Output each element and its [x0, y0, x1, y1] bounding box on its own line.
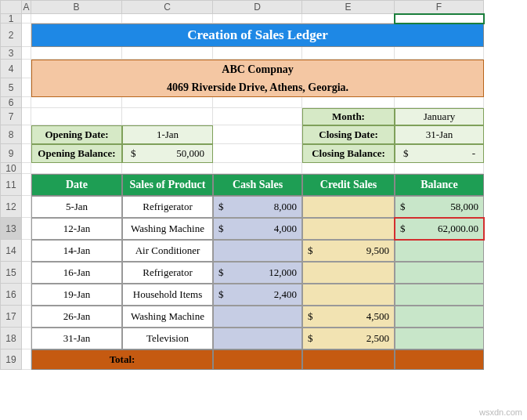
cell-D3[interactable]: [213, 47, 302, 60]
cell-B10[interactable]: [31, 163, 122, 174]
cell-product[interactable]: Air Conditioner: [122, 240, 213, 262]
cell-A18[interactable]: [22, 328, 31, 349]
cell-C10[interactable]: [122, 163, 213, 174]
cell-credit[interactable]: $2,500: [302, 328, 395, 349]
cell-A7[interactable]: [22, 108, 31, 125]
header-balance[interactable]: Balance: [395, 174, 484, 196]
cell-B1[interactable]: [31, 14, 122, 24]
total-credit[interactable]: [302, 349, 395, 370]
row-header-8[interactable]: 8: [0, 125, 22, 144]
cell-E6[interactable]: [302, 97, 395, 108]
cell-A4[interactable]: [22, 60, 31, 78]
header-credit[interactable]: Credit Sales: [302, 174, 395, 196]
cell-cash[interactable]: $2,400: [213, 284, 302, 306]
cell-A10[interactable]: [22, 163, 31, 174]
cell-cash[interactable]: $8,000: [213, 196, 302, 218]
cell-A17[interactable]: [22, 306, 31, 328]
row-header-19[interactable]: 19: [0, 349, 22, 370]
cell-E10[interactable]: [302, 163, 395, 174]
select-all-corner[interactable]: [0, 0, 22, 14]
title-banner[interactable]: Creation of Sales Ledger: [31, 24, 484, 47]
cell-A19[interactable]: [22, 349, 31, 370]
cell-F6[interactable]: [395, 97, 484, 108]
row-header-9[interactable]: 9: [0, 144, 22, 163]
cell-balance[interactable]: [395, 284, 484, 306]
cell-product[interactable]: Washing Machine: [122, 218, 213, 240]
cell-B3[interactable]: [31, 47, 122, 60]
cell-F1[interactable]: [395, 14, 484, 24]
cell-A2[interactable]: [22, 24, 31, 47]
closing-balance-label[interactable]: Closing Balance:: [302, 144, 395, 163]
row-header-7[interactable]: 7: [0, 108, 22, 125]
cell-A16[interactable]: [22, 284, 31, 306]
cell-cash[interactable]: $4,000: [213, 218, 302, 240]
row-header-12[interactable]: 12: [0, 196, 22, 218]
opening-date-label[interactable]: Opening Date:: [31, 125, 122, 144]
row-header-17[interactable]: 17: [0, 306, 22, 328]
row-header-14[interactable]: 14: [0, 240, 22, 262]
cell-B6[interactable]: [31, 97, 122, 108]
cell-A12[interactable]: [22, 196, 31, 218]
header-cash[interactable]: Cash Sales: [213, 174, 302, 196]
cell-B7[interactable]: [31, 108, 122, 125]
cell-E3[interactable]: [302, 47, 395, 60]
cell-date[interactable]: 19-Jan: [31, 284, 122, 306]
cell-date[interactable]: 12-Jan: [31, 218, 122, 240]
cell-A11[interactable]: [22, 174, 31, 196]
cell-C1[interactable]: [122, 14, 213, 24]
row-header-18[interactable]: 18: [0, 328, 22, 349]
row-header-10[interactable]: 10: [0, 163, 22, 174]
cell-balance[interactable]: [395, 240, 484, 262]
cell-C7[interactable]: [122, 108, 213, 125]
cell-C6[interactable]: [122, 97, 213, 108]
cell-credit[interactable]: [302, 196, 395, 218]
opening-balance-label[interactable]: Opening Balance:: [31, 144, 122, 163]
cell-credit[interactable]: $4,500: [302, 306, 395, 328]
cell-D8[interactable]: [213, 125, 302, 144]
cell-D9[interactable]: [213, 144, 302, 163]
cell-A15[interactable]: [22, 262, 31, 284]
cell-product[interactable]: Refrigerator: [122, 196, 213, 218]
cell-D1[interactable]: [213, 14, 302, 24]
cell-credit[interactable]: [302, 284, 395, 306]
cell-A6[interactable]: [22, 97, 31, 108]
header-date[interactable]: Date: [31, 174, 122, 196]
opening-date-value[interactable]: 1-Jan: [122, 125, 213, 144]
cell-date[interactable]: 14-Jan: [31, 240, 122, 262]
cell-A3[interactable]: [22, 47, 31, 60]
closing-date-value[interactable]: 31-Jan: [395, 125, 484, 144]
col-header-E[interactable]: E: [302, 0, 395, 14]
total-label[interactable]: Total:: [31, 349, 213, 370]
row-header-11[interactable]: 11: [0, 174, 22, 196]
cell-E1[interactable]: [302, 14, 395, 24]
month-value[interactable]: January: [395, 108, 484, 125]
cell-cash[interactable]: [213, 240, 302, 262]
cell-F3[interactable]: [395, 47, 484, 60]
cell-balance[interactable]: $58,000: [395, 196, 484, 218]
cell-cash[interactable]: [213, 306, 302, 328]
cell-balance[interactable]: $62,000.00: [395, 218, 484, 240]
cell-credit[interactable]: $9,500: [302, 240, 395, 262]
col-header-B[interactable]: B: [31, 0, 122, 14]
row-header-6[interactable]: 6: [0, 97, 22, 108]
cell-product[interactable]: Washing Machine: [122, 306, 213, 328]
cell-date[interactable]: 31-Jan: [31, 328, 122, 349]
col-header-A[interactable]: A: [22, 0, 31, 14]
cell-A14[interactable]: [22, 240, 31, 262]
row-header-2[interactable]: 2: [0, 24, 22, 47]
row-header-15[interactable]: 15: [0, 262, 22, 284]
cell-F10[interactable]: [395, 163, 484, 174]
cell-product[interactable]: Refrigerator: [122, 262, 213, 284]
cell-A9[interactable]: [22, 144, 31, 163]
month-label[interactable]: Month:: [302, 108, 395, 125]
cell-date[interactable]: 5-Jan: [31, 196, 122, 218]
cell-date[interactable]: 16-Jan: [31, 262, 122, 284]
header-product[interactable]: Sales of Product: [122, 174, 213, 196]
cell-C3[interactable]: [122, 47, 213, 60]
cell-credit[interactable]: [302, 262, 395, 284]
total-cash[interactable]: [213, 349, 302, 370]
row-header-3[interactable]: 3: [0, 47, 22, 60]
cell-credit[interactable]: [302, 218, 395, 240]
company-name[interactable]: ABC Compnay: [31, 60, 484, 78]
cell-balance[interactable]: [395, 262, 484, 284]
